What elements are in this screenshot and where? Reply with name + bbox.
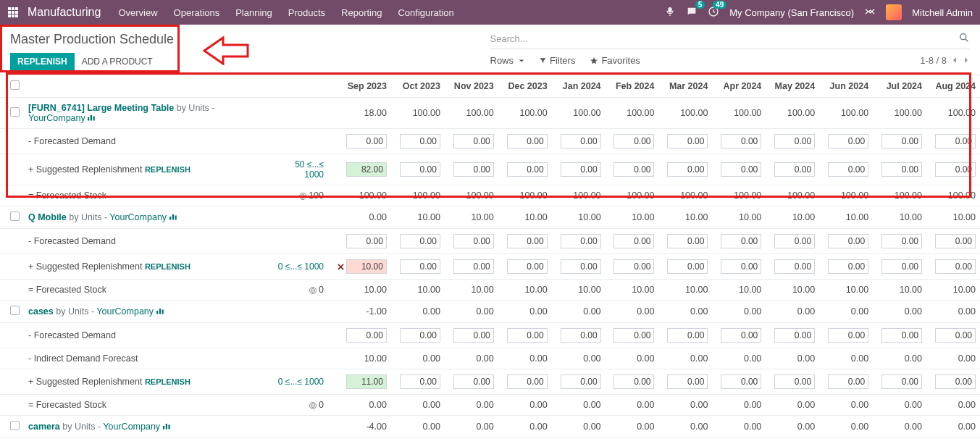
product-link[interactable]: camera — [28, 422, 60, 432]
chart-icon[interactable] — [88, 113, 96, 123]
cell-input[interactable] — [613, 259, 654, 274]
cell-input[interactable] — [667, 328, 708, 343]
cell-input[interactable] — [400, 259, 440, 274]
cell-input[interactable] — [935, 374, 976, 389]
cell-input[interactable] — [453, 234, 494, 248]
replenish-button[interactable]: REPLENISH — [10, 53, 75, 70]
cell-input[interactable] — [828, 234, 868, 248]
app-brand[interactable]: Manufacturing — [28, 6, 101, 19]
cell-input[interactable] — [507, 234, 548, 248]
cell-input[interactable] — [935, 259, 976, 274]
user-name[interactable]: Mitchell Admin — [912, 7, 973, 18]
cell-input[interactable] — [561, 234, 601, 248]
cell-input[interactable] — [400, 374, 440, 389]
cell-input[interactable] — [346, 234, 387, 248]
chat-icon[interactable]: 5 — [686, 6, 698, 20]
cell-input[interactable] — [561, 134, 601, 148]
cell-input[interactable] — [774, 234, 815, 248]
chart-icon[interactable] — [169, 212, 178, 222]
cell-input[interactable] — [881, 162, 922, 177]
cell-input[interactable] — [346, 162, 387, 177]
cell-input[interactable] — [935, 162, 976, 177]
product-link[interactable]: cases — [28, 306, 54, 317]
company-link[interactable]: YourCompany — [28, 113, 85, 123]
cell-input[interactable] — [667, 162, 708, 177]
cell-input[interactable] — [881, 234, 922, 248]
avatar[interactable] — [886, 4, 902, 20]
cell-input[interactable] — [613, 234, 654, 248]
cell-input[interactable] — [935, 134, 976, 148]
cell-input[interactable] — [881, 374, 922, 389]
cell-input[interactable] — [774, 259, 815, 274]
cell-input[interactable] — [721, 259, 761, 274]
chart-icon[interactable] — [163, 422, 172, 432]
rows-dropdown[interactable]: Rows — [490, 55, 525, 66]
cell-input[interactable] — [346, 328, 387, 343]
cell-input[interactable] — [453, 328, 494, 343]
cell-input[interactable] — [828, 259, 868, 274]
minmax-link[interactable]: 0 ≤...≤ 1000 — [278, 261, 324, 272]
cell-input[interactable] — [613, 134, 654, 148]
company-link[interactable]: YourCompany — [109, 212, 167, 222]
row-checkbox[interactable] — [10, 306, 20, 315]
cell-input[interactable] — [507, 134, 548, 148]
cell-input[interactable] — [881, 259, 922, 274]
nav-planning[interactable]: Planning — [235, 7, 272, 18]
cell-input[interactable] — [613, 374, 654, 389]
favorites-dropdown[interactable]: Favorites — [590, 55, 640, 66]
cell-input[interactable] — [828, 134, 868, 148]
cell-input[interactable] — [828, 374, 868, 389]
cell-input[interactable] — [828, 328, 868, 343]
company-link[interactable]: YourCompany — [103, 422, 160, 432]
row-checkbox[interactable] — [10, 211, 20, 221]
cell-input[interactable] — [561, 162, 601, 177]
cell-input[interactable] — [881, 328, 922, 343]
cell-input[interactable] — [667, 259, 708, 274]
cell-input[interactable] — [507, 162, 548, 177]
cell-input[interactable] — [721, 134, 761, 148]
cell-input[interactable] — [400, 134, 440, 148]
minmax-link[interactable]: 0 ≤...≤ 1000 — [278, 377, 324, 387]
cell-input[interactable] — [613, 328, 654, 343]
add-product-button[interactable]: ADD A PRODUCT — [82, 56, 153, 67]
company-link[interactable]: YourCompany — [96, 306, 154, 317]
cell-input[interactable] — [453, 162, 494, 177]
cell-input[interactable] — [561, 259, 601, 274]
nav-operations[interactable]: Operations — [174, 7, 220, 18]
row-checkbox[interactable] — [10, 107, 20, 117]
voip-icon[interactable] — [664, 6, 676, 20]
cell-input[interactable] — [561, 328, 601, 343]
cell-input[interactable] — [721, 328, 761, 343]
product-link[interactable]: Q Mobile — [28, 212, 67, 222]
settings-icon[interactable] — [864, 6, 876, 20]
company-switcher[interactable]: My Company (San Francisco) — [729, 7, 854, 18]
activity-icon[interactable]: 49 — [708, 6, 719, 20]
cell-input[interactable] — [935, 328, 976, 343]
cell-input[interactable] — [774, 328, 815, 343]
cell-input[interactable] — [453, 134, 494, 148]
cell-input[interactable] — [721, 234, 761, 248]
cell-input[interactable] — [507, 259, 548, 274]
replenish-inline[interactable]: REPLENISH — [145, 165, 190, 174]
nav-products[interactable]: Products — [288, 7, 325, 18]
x-icon[interactable] — [338, 261, 346, 272]
pager-prev[interactable] — [951, 55, 958, 66]
cell-input[interactable] — [561, 374, 601, 389]
filters-dropdown[interactable]: Filters — [539, 55, 575, 66]
cell-input[interactable] — [721, 374, 761, 389]
cell-input[interactable] — [507, 328, 548, 343]
cell-input[interactable] — [667, 374, 708, 389]
cell-input[interactable] — [400, 162, 440, 177]
replenish-inline[interactable]: REPLENISH — [145, 377, 190, 386]
search-input[interactable] — [490, 33, 959, 44]
search-icon[interactable] — [958, 32, 970, 46]
nav-overview[interactable]: Overview — [118, 7, 157, 18]
cell-input[interactable] — [774, 134, 815, 148]
nav-configuration[interactable]: Configuration — [398, 7, 453, 18]
minmax-link[interactable]: 50 ≤...≤ 1000 — [295, 159, 324, 180]
select-all-checkbox[interactable] — [10, 80, 20, 90]
cell-input[interactable] — [613, 162, 654, 177]
cell-input[interactable] — [400, 328, 440, 343]
cell-input[interactable] — [346, 134, 387, 148]
product-link[interactable]: [FURN_6741] Large Meeting Table — [28, 103, 174, 113]
